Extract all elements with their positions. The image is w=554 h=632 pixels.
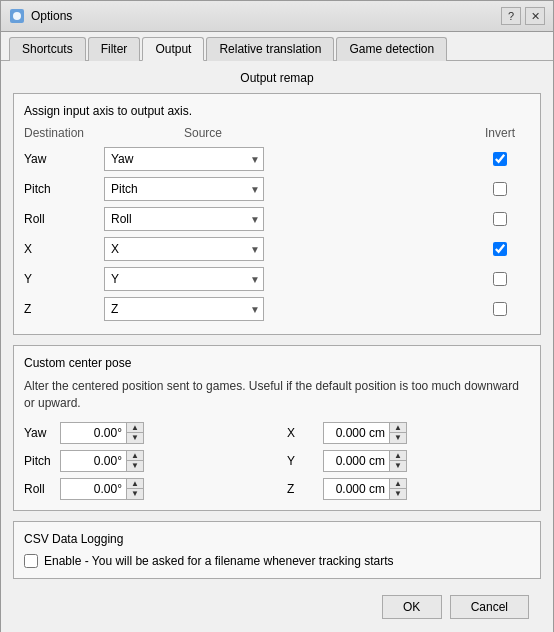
center-x-input[interactable] bbox=[324, 423, 389, 443]
source-yaw-wrapper: YawPitchRollXYZDisabled ▼ bbox=[104, 147, 470, 171]
source-z-select-wrapper: YawPitchRollXYZDisabled ▼ bbox=[104, 297, 264, 321]
source-z-select[interactable]: YawPitchRollXYZDisabled bbox=[104, 297, 264, 321]
tab-game-detection[interactable]: Game detection bbox=[336, 37, 447, 61]
center-roll-label: Roll bbox=[24, 482, 54, 496]
invert-y-checkbox[interactable] bbox=[493, 272, 507, 286]
center-roll-input[interactable] bbox=[61, 479, 126, 499]
footer: OK Cancel bbox=[13, 589, 541, 629]
center-z-spinner: ▲ ▼ bbox=[323, 478, 407, 500]
dest-yaw: Yaw bbox=[24, 152, 104, 166]
center-yaw-input[interactable] bbox=[61, 423, 126, 443]
section-title: Output remap bbox=[13, 71, 541, 85]
content-area: Output remap Assign input axis to output… bbox=[1, 61, 553, 632]
assign-label: Assign input axis to output axis. bbox=[24, 104, 530, 118]
center-roll-spin-down[interactable]: ▼ bbox=[127, 489, 143, 499]
header-invert: Invert bbox=[470, 126, 530, 140]
source-pitch-select[interactable]: YawPitchRollXYZDisabled bbox=[104, 177, 264, 201]
center-y-spin-down[interactable]: ▼ bbox=[390, 461, 406, 471]
csv-checkbox-label: Enable - You will be asked for a filenam… bbox=[44, 554, 394, 568]
center-pitch-label: Pitch bbox=[24, 454, 54, 468]
source-x-select[interactable]: YawPitchRollXYZDisabled bbox=[104, 237, 264, 261]
center-yaw-spin-buttons: ▲ ▼ bbox=[126, 423, 143, 443]
svg-point-1 bbox=[13, 12, 21, 20]
center-z-spin-buttons: ▲ ▼ bbox=[389, 479, 406, 499]
invert-roll-checkbox[interactable] bbox=[493, 212, 507, 226]
source-roll-wrapper: YawPitchRollXYZDisabled ▼ bbox=[104, 207, 470, 231]
center-roll-spinner: ▲ ▼ bbox=[60, 478, 144, 500]
tab-output[interactable]: Output bbox=[142, 37, 204, 61]
source-yaw-select[interactable]: YawPitchRollXYZDisabled bbox=[104, 147, 264, 171]
csv-title: CSV Data Logging bbox=[24, 532, 530, 546]
source-y-wrapper: YawPitchRollXYZDisabled ▼ bbox=[104, 267, 470, 291]
center-pitch-spin-up[interactable]: ▲ bbox=[127, 451, 143, 462]
center-row-x: X ▲ ▼ bbox=[287, 422, 530, 444]
source-y-select-wrapper: YawPitchRollXYZDisabled ▼ bbox=[104, 267, 264, 291]
center-z-input[interactable] bbox=[324, 479, 389, 499]
center-yaw-spin-down[interactable]: ▼ bbox=[127, 433, 143, 443]
output-remap-group: Assign input axis to output axis. Destin… bbox=[13, 93, 541, 335]
center-yaw-spinner: ▲ ▼ bbox=[60, 422, 144, 444]
tab-bar: Shortcuts Filter Output Relative transla… bbox=[1, 32, 553, 61]
custom-center-desc: Alter the centered position sent to game… bbox=[24, 378, 530, 412]
tab-filter[interactable]: Filter bbox=[88, 37, 141, 61]
csv-row: Enable - You will be asked for a filenam… bbox=[24, 554, 530, 568]
source-pitch-select-wrapper: YawPitchRollXYZDisabled ▼ bbox=[104, 177, 264, 201]
close-button[interactable]: ✕ bbox=[525, 7, 545, 25]
invert-x-checkbox[interactable] bbox=[493, 242, 507, 256]
center-z-label: Z bbox=[287, 482, 317, 496]
invert-pitch-wrapper bbox=[470, 182, 530, 196]
tab-shortcuts[interactable]: Shortcuts bbox=[9, 37, 86, 61]
header-destination: Destination bbox=[24, 126, 104, 140]
options-window: Options ? ✕ Shortcuts Filter Output Rela… bbox=[0, 0, 554, 632]
center-yaw-spin-up[interactable]: ▲ bbox=[127, 423, 143, 434]
invert-roll-wrapper bbox=[470, 212, 530, 226]
header-source: Source bbox=[184, 126, 470, 140]
center-pitch-spinner: ▲ ▼ bbox=[60, 450, 144, 472]
window-title: Options bbox=[31, 9, 72, 23]
center-x-spin-buttons: ▲ ▼ bbox=[389, 423, 406, 443]
center-pitch-input[interactable] bbox=[61, 451, 126, 471]
source-y-select[interactable]: YawPitchRollXYZDisabled bbox=[104, 267, 264, 291]
title-bar: Options ? ✕ bbox=[1, 1, 553, 32]
csv-enable-checkbox[interactable] bbox=[24, 554, 38, 568]
ok-button[interactable]: OK bbox=[382, 595, 442, 619]
center-pitch-spin-buttons: ▲ ▼ bbox=[126, 451, 143, 471]
center-pitch-spin-down[interactable]: ▼ bbox=[127, 461, 143, 471]
window-icon bbox=[9, 8, 25, 24]
dest-z: Z bbox=[24, 302, 104, 316]
center-x-spinner: ▲ ▼ bbox=[323, 422, 407, 444]
dest-y: Y bbox=[24, 272, 104, 286]
title-bar-buttons: ? ✕ bbox=[501, 7, 545, 25]
center-x-spin-down[interactable]: ▼ bbox=[390, 433, 406, 443]
dest-pitch: Pitch bbox=[24, 182, 104, 196]
center-x-spin-up[interactable]: ▲ bbox=[390, 423, 406, 434]
source-roll-select[interactable]: YawPitchRollXYZDisabled bbox=[104, 207, 264, 231]
cancel-button[interactable]: Cancel bbox=[450, 595, 529, 619]
center-y-spin-up[interactable]: ▲ bbox=[390, 451, 406, 462]
invert-z-checkbox[interactable] bbox=[493, 302, 507, 316]
invert-x-wrapper bbox=[470, 242, 530, 256]
center-z-spin-up[interactable]: ▲ bbox=[390, 479, 406, 490]
center-y-input[interactable] bbox=[324, 451, 389, 471]
axis-row-x: X YawPitchRollXYZDisabled ▼ bbox=[24, 234, 530, 264]
center-z-spin-down[interactable]: ▼ bbox=[390, 489, 406, 499]
center-yaw-label: Yaw bbox=[24, 426, 54, 440]
source-x-select-wrapper: YawPitchRollXYZDisabled ▼ bbox=[104, 237, 264, 261]
custom-center-title: Custom center pose bbox=[24, 356, 530, 370]
invert-pitch-checkbox[interactable] bbox=[493, 182, 507, 196]
invert-y-wrapper bbox=[470, 272, 530, 286]
title-bar-left: Options bbox=[9, 8, 72, 24]
csv-group: CSV Data Logging Enable - You will be as… bbox=[13, 521, 541, 579]
invert-yaw-checkbox[interactable] bbox=[493, 152, 507, 166]
axis-row-yaw: Yaw YawPitchRollXYZDisabled ▼ bbox=[24, 144, 530, 174]
help-button[interactable]: ? bbox=[501, 7, 521, 25]
tab-relative-translation[interactable]: Relative translation bbox=[206, 37, 334, 61]
source-x-wrapper: YawPitchRollXYZDisabled ▼ bbox=[104, 237, 470, 261]
dest-roll: Roll bbox=[24, 212, 104, 226]
dest-x: X bbox=[24, 242, 104, 256]
source-z-wrapper: YawPitchRollXYZDisabled ▼ bbox=[104, 297, 470, 321]
source-yaw-select-wrapper: YawPitchRollXYZDisabled ▼ bbox=[104, 147, 264, 171]
source-roll-select-wrapper: YawPitchRollXYZDisabled ▼ bbox=[104, 207, 264, 231]
center-roll-spin-up[interactable]: ▲ bbox=[127, 479, 143, 490]
axis-row-y: Y YawPitchRollXYZDisabled ▼ bbox=[24, 264, 530, 294]
